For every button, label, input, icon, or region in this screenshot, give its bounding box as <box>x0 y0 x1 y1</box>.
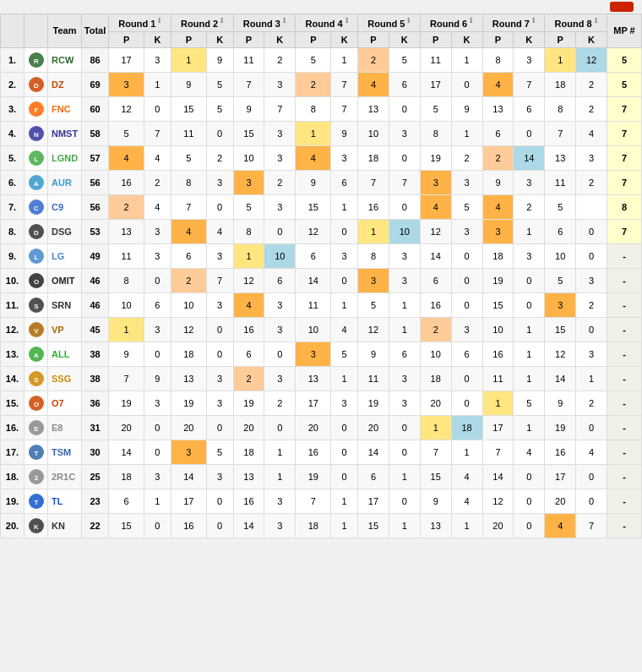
round2-k-cell: 2 <box>206 145 233 170</box>
round7-k-cell: 0 <box>514 513 545 538</box>
round5-p-cell: 9 <box>358 341 389 366</box>
round4-k-cell: 4 <box>331 317 358 341</box>
round3-p-cell: 16 <box>233 489 264 513</box>
rank-cell: 9. <box>1 243 24 268</box>
rank-cell: 2. <box>1 72 24 96</box>
round7-k-cell: 0 <box>514 464 545 489</box>
points-button[interactable] <box>610 2 634 12</box>
team-logo-cell: N <box>24 121 48 145</box>
team-name-cell: VP <box>48 317 82 341</box>
round2-p-cell: 5 <box>171 145 206 170</box>
round1-p-cell: 19 <box>109 391 144 415</box>
round3-k-cell: 0 <box>264 341 296 366</box>
rank-cell: 19. <box>1 489 24 513</box>
round6-p-cell: 14 <box>420 243 451 268</box>
round5-k-cell: 6 <box>389 72 420 96</box>
mp-cell: - <box>607 268 642 292</box>
round7-p-cell: 14 <box>482 464 514 489</box>
total-cell: 22 <box>82 513 109 538</box>
round1-p-cell: 15 <box>109 513 144 538</box>
mp-cell: - <box>607 489 642 513</box>
round2-k-cell: 5 <box>206 72 233 96</box>
round3-p-cell: 5 <box>233 194 264 219</box>
round4-k-cell: 1 <box>331 513 358 538</box>
round6-p-cell: 17 <box>420 72 451 96</box>
round8-k-cell: 0 <box>576 219 607 243</box>
total-cell: 38 <box>82 341 109 366</box>
round3-p-cell: 3 <box>233 170 264 194</box>
round2-k-cell: 0 <box>206 194 233 219</box>
round4-p-cell: 8 <box>296 96 331 121</box>
mp-cell: - <box>607 317 642 341</box>
round1-k-cell: 0 <box>144 440 171 464</box>
round4-header: Round 4 ℹ <box>296 14 358 32</box>
team-name-cell: TL <box>48 489 82 513</box>
rank-cell: 15. <box>1 391 24 415</box>
team-header <box>24 14 48 48</box>
round3-p-cell: 8 <box>233 219 264 243</box>
round7-k-cell: 0 <box>514 292 545 317</box>
round8-p-cell: 20 <box>545 489 576 513</box>
team-logo-cell: S <box>24 366 48 391</box>
round7-k-cell: 6 <box>514 96 545 121</box>
round6-p-cell: 7 <box>420 440 451 464</box>
round8-k-cell: 2 <box>576 391 607 415</box>
total-cell: 36 <box>82 391 109 415</box>
team-logo-cell: T <box>24 440 48 464</box>
total-cell: 31 <box>82 415 109 440</box>
round5-p-cell: 5 <box>358 292 389 317</box>
team-name-cell: DZ <box>48 72 82 96</box>
round6-k-cell: 4 <box>451 489 482 513</box>
r8p-header: P <box>545 31 576 47</box>
round3-p-cell: 4 <box>233 292 264 317</box>
round5-p-cell: 3 <box>358 268 389 292</box>
total-cell: 25 <box>82 464 109 489</box>
round2-k-cell: 7 <box>206 268 233 292</box>
rank-cell: 18. <box>1 464 24 489</box>
round7-p-cell: 1 <box>482 391 514 415</box>
round1-k-cell: 0 <box>144 341 171 366</box>
team-logo-cell: A <box>24 170 48 194</box>
round2-k-cell: 3 <box>206 292 233 317</box>
table-row: 13. A ALL3890180603596106161123- <box>1 341 642 366</box>
round6-p-cell: 8 <box>420 121 451 145</box>
round2-k-cell: 0 <box>206 317 233 341</box>
round8-header: Round 8 ℹ <box>545 14 607 32</box>
rank-cell: 12. <box>1 317 24 341</box>
team-logo-cell: 2 <box>24 464 48 489</box>
team-name-cell: LG <box>48 243 82 268</box>
round8-p-cell: 13 <box>545 145 576 170</box>
round2-p-cell: 12 <box>171 317 206 341</box>
team-logo-cell: E <box>24 415 48 440</box>
rank-cell: 5. <box>1 145 24 170</box>
round1-k-cell: 3 <box>144 243 171 268</box>
round1-k-cell: 0 <box>144 268 171 292</box>
round2-k-cell: 3 <box>206 366 233 391</box>
round4-k-cell: 3 <box>331 243 358 268</box>
round6-p-cell: 4 <box>420 194 451 219</box>
round4-p-cell: 18 <box>296 513 331 538</box>
round2-p-cell: 10 <box>171 292 206 317</box>
round2-p-cell: 15 <box>171 96 206 121</box>
svg-text:2: 2 <box>34 474 38 482</box>
round3-k-cell: 3 <box>264 513 296 538</box>
round2-p-cell: 14 <box>171 464 206 489</box>
round6-p-cell: 13 <box>420 513 451 538</box>
rank-cell: 11. <box>1 292 24 317</box>
round8-p-cell: 9 <box>545 391 576 415</box>
round8-p-cell: 16 <box>545 440 576 464</box>
rank-cell: 16. <box>1 415 24 440</box>
mp-cell: - <box>607 366 642 391</box>
round5-k-cell: 3 <box>389 121 420 145</box>
total-cell: 86 <box>82 47 109 72</box>
total-cell: 49 <box>82 243 109 268</box>
r6p-header: P <box>420 31 451 47</box>
mp-cell: 7 <box>607 170 642 194</box>
round3-p-cell: 12 <box>233 268 264 292</box>
round3-k-cell: 0 <box>264 219 296 243</box>
round5-p-cell: 10 <box>358 121 389 145</box>
table-row: 7. C C956247053151160454258 <box>1 194 642 219</box>
round5-k-cell: 0 <box>389 415 420 440</box>
round2-p-cell: 13 <box>171 366 206 391</box>
team-logo-cell: C <box>24 194 48 219</box>
